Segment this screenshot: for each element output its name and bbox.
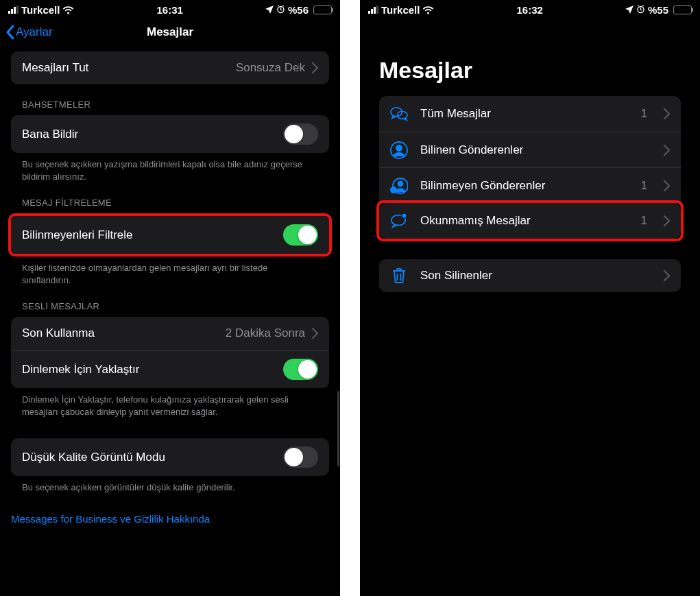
expire-label: Son Kullanma: [22, 326, 95, 340]
back-label: Ayarlar: [16, 25, 53, 39]
filter-unknown-cell[interactable]: ? Bilinmeyen Gönderenler 1: [379, 167, 681, 203]
notify-me-label: Bana Bildir: [22, 128, 78, 141]
status-bar: Turkcell 16:31 %56: [0, 0, 340, 17]
clock: 16:32: [517, 4, 543, 16]
low-quality-footer: Bu seçenek açıkken görüntüler düşük kali…: [11, 476, 329, 494]
chevron-right-icon: [664, 180, 670, 191]
mentions-footer: Bu seçenek açıkken yazışma bildirimleri …: [11, 153, 329, 182]
signal-icon: [8, 6, 19, 14]
svg-point-11: [402, 213, 407, 218]
chevron-right-icon: [312, 62, 318, 73]
filter-unread-label: Okunmamış Mesajlar: [420, 214, 531, 228]
battery-icon: [313, 5, 332, 14]
filter-unknown-label: Bilinmeyen Gönderenler: [420, 179, 545, 193]
keep-messages-cell[interactable]: Mesajları Tut Sonsuza Dek: [11, 51, 329, 84]
settings-screenshot: Turkcell 16:31 %56 Ayarlar Mesajlar Mesa…: [0, 0, 340, 596]
nav-bar: Ayarlar Mesajlar: [0, 17, 340, 47]
location-icon: [625, 4, 633, 16]
chevron-right-icon: [664, 108, 670, 119]
recently-deleted-cell[interactable]: Son Silinenler: [379, 259, 681, 292]
person-circle-icon: [390, 141, 408, 159]
clock: 16:31: [157, 4, 183, 16]
svg-point-5: [396, 145, 402, 151]
filter-unknown-cell[interactable]: Bilinmeyenleri Filtrele: [11, 216, 329, 254]
battery-label: %56: [288, 4, 309, 16]
scrollbar[interactable]: [337, 391, 339, 466]
filter-known-cell[interactable]: Bilinen Gönderenler: [379, 132, 681, 167]
filter-unread-count: 1: [641, 214, 647, 228]
chevron-right-icon: [664, 145, 670, 156]
location-icon: [265, 4, 274, 16]
back-button[interactable]: Ayarlar: [5, 25, 53, 40]
raise-to-listen-toggle[interactable]: [283, 359, 318, 380]
low-quality-toggle[interactable]: [283, 446, 318, 468]
highlight-unread: Okunmamış Mesajlar 1: [376, 200, 684, 241]
filter-all-count: 1: [641, 107, 647, 121]
battery-icon: [673, 5, 692, 14]
keep-messages-label: Mesajları Tut: [22, 61, 88, 75]
alarm-icon: [276, 4, 285, 16]
svg-text:?: ?: [392, 187, 396, 193]
raise-to-listen-label: Dinlemek İçin Yaklaştır: [22, 363, 139, 377]
chevron-right-icon: [664, 270, 670, 281]
filter-all-label: Tüm Mesajlar: [420, 107, 491, 121]
expire-value: 2 Dakika Sonra: [226, 326, 305, 340]
filter-unknown-toggle[interactable]: [283, 224, 318, 246]
expire-cell[interactable]: Son Kullanma 2 Dakika Sonra: [11, 317, 329, 350]
filter-known-label: Bilinen Gönderenler: [420, 143, 523, 157]
low-quality-label: Düşük Kalite Görüntü Modu: [22, 451, 165, 464]
filter-all-cell[interactable]: Tüm Mesajlar 1: [379, 96, 681, 132]
trash-icon: [390, 267, 408, 284]
chat-bubbles-icon: [390, 106, 408, 122]
mentions-header: BAHSETMELER: [11, 84, 329, 115]
filter-footer: Kişiler listenizde olmayanlardan gelen m…: [11, 257, 329, 286]
person-question-icon: ?: [390, 177, 408, 195]
audio-footer: Dinlemek İçin Yaklaştır, telefonu kulağı…: [11, 388, 329, 418]
status-bar: Turkcell 16:32 %55: [360, 0, 700, 17]
signal-icon: [368, 6, 378, 14]
filters-group: Tüm Mesajlar 1 Bilinen Gönderenler ?: [379, 96, 681, 241]
recently-deleted-label: Son Silinenler: [420, 269, 492, 283]
carrier-label: Turkcell: [21, 4, 60, 16]
low-quality-cell[interactable]: Düşük Kalite Görüntü Modu: [11, 438, 329, 476]
audio-header: SESLİ MESAJLAR: [11, 286, 329, 317]
filter-unread-cell[interactable]: Okunmamış Mesajlar 1: [379, 203, 681, 239]
business-privacy-link[interactable]: Messages for Business ve Gizlilik Hakkın…: [11, 513, 210, 525]
wifi-icon: [422, 5, 434, 14]
svg-point-7: [398, 181, 403, 186]
notify-me-toggle[interactable]: [283, 123, 318, 145]
messages-filters-screenshot: Turkcell 16:32 %55 Mesajlar Tüm Mesajlar: [360, 0, 700, 596]
highlight-filter-unknown: Bilinmeyenleri Filtrele: [8, 213, 332, 257]
keep-messages-value: Sonsuza Dek: [236, 61, 305, 75]
page-title: Mesajlar: [379, 17, 681, 96]
wifi-icon: [62, 5, 74, 14]
raise-to-listen-cell[interactable]: Dinlemek İçin Yaklaştır: [11, 350, 329, 388]
chat-badge-icon: [390, 213, 408, 229]
filter-header: MESAJ FİLTRELEME: [11, 182, 329, 213]
chevron-right-icon: [312, 328, 318, 339]
carrier-label: Turkcell: [381, 4, 420, 16]
filter-unknown-label: Bilinmeyenleri Filtrele: [22, 228, 133, 242]
alarm-icon: [636, 4, 645, 16]
filter-unknown-count: 1: [641, 179, 647, 193]
chevron-right-icon: [664, 215, 670, 226]
battery-label: %55: [648, 4, 668, 16]
notify-me-cell[interactable]: Bana Bildir: [11, 115, 329, 153]
